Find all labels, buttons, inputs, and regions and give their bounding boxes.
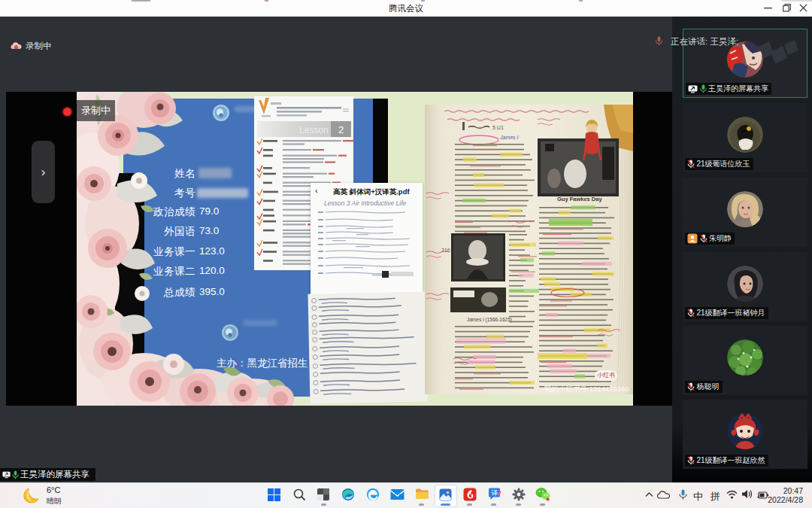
svg-text:Guy Fawkes Day: Guy Fawkes Day: [557, 196, 602, 202]
svg-text:2: 2: [338, 124, 344, 135]
svg-text:5 U1: 5 U1: [492, 125, 504, 130]
svg-text:James I (1566-1625): James I (1566-1625): [467, 317, 512, 323]
svg-text:Lesson: Lesson: [299, 125, 329, 135]
svg-text:译: 译: [492, 489, 498, 497]
svg-text:James I: James I: [499, 135, 519, 140]
